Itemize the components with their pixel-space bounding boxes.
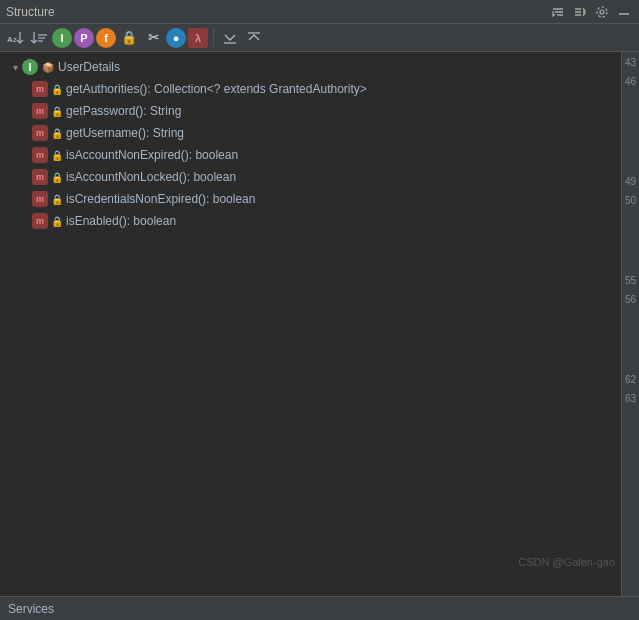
- tree-item-getUsername[interactable]: m 🔒 getUsername(): String: [4, 122, 617, 144]
- scissors-icon: ✂: [148, 30, 159, 45]
- settings-icon[interactable]: [593, 3, 611, 21]
- method-icon-4: m: [32, 169, 48, 185]
- method-label-4: isAccountNonLocked(): boolean: [66, 170, 236, 184]
- method-label-1: getPassword(): String: [66, 104, 181, 118]
- lock-icon-5: 🔒: [51, 194, 63, 205]
- method-label-6: isEnabled(): boolean: [66, 214, 176, 228]
- svg-text:Z: Z: [13, 37, 17, 43]
- status-bar: Services: [0, 596, 639, 620]
- filter-circle-button[interactable]: ●: [166, 28, 186, 48]
- method-icon-6: m: [32, 213, 48, 229]
- circle-icon-label: ●: [173, 32, 180, 44]
- lock-icon-6: 🔒: [51, 216, 63, 227]
- line-number-gutter: 43 46 49 50 55 56 62 63: [621, 52, 639, 596]
- structure-toolbar: A Z I P f 🔒 ✂ ● λ: [0, 24, 639, 52]
- method-icon-0: m: [32, 81, 48, 97]
- toolbar-separator: [213, 29, 214, 47]
- method-label-0: getAuthorities(): Collection<? extends G…: [66, 82, 367, 96]
- filter-property-button[interactable]: P: [74, 28, 94, 48]
- line-num-49: 49: [622, 173, 639, 191]
- services-label[interactable]: Services: [8, 602, 54, 616]
- class-label: UserDetails: [58, 60, 120, 74]
- header-icon-group: [549, 3, 633, 21]
- line-num-50: 50: [622, 192, 639, 210]
- tree-root: ▾ I 📦 UserDetails m 🔒 getAuthorities(): …: [0, 56, 621, 232]
- filter-field-button[interactable]: f: [96, 28, 116, 48]
- line-num-46: 46: [622, 73, 639, 91]
- structure-header: Structure: [0, 0, 639, 24]
- collapse-all-button[interactable]: [243, 27, 265, 49]
- class-icon: I: [22, 59, 38, 75]
- method-label-5: isCredentialsNonExpired(): boolean: [66, 192, 255, 206]
- lock-icon-2: 🔒: [51, 128, 63, 139]
- main-area: ▾ I 📦 UserDetails m 🔒 getAuthorities(): …: [0, 52, 639, 596]
- interface-icon-label: I: [60, 32, 63, 44]
- method-icon-5: m: [32, 191, 48, 207]
- line-num-63: 63: [622, 390, 639, 408]
- lambda-icon-label: λ: [195, 32, 201, 44]
- tree-item-isAccountNonLocked[interactable]: m 🔒 isAccountNonLocked(): boolean: [4, 166, 617, 188]
- tree-node-userdetails[interactable]: ▾ I 📦 UserDetails: [4, 56, 617, 78]
- line-num-56: 56: [622, 291, 639, 309]
- line-num-55: 55: [622, 272, 639, 290]
- lock-icon-4: 🔒: [51, 172, 63, 183]
- package-icon: 📦: [42, 62, 54, 73]
- method-label-2: getUsername(): String: [66, 126, 184, 140]
- lock-icon-0: 🔒: [51, 84, 63, 95]
- tree-item-getPassword[interactable]: m 🔒 getPassword(): String: [4, 100, 617, 122]
- tree-item-isEnabled[interactable]: m 🔒 isEnabled(): boolean: [4, 210, 617, 232]
- tree-item-isAccountNonExpired[interactable]: m 🔒 isAccountNonExpired(): boolean: [4, 144, 617, 166]
- svg-point-8: [597, 7, 607, 17]
- lock-icon-3: 🔒: [51, 150, 63, 161]
- sort-lines-icon[interactable]: [549, 3, 567, 21]
- sort2-icon[interactable]: [571, 3, 589, 21]
- property-icon-label: P: [80, 32, 87, 44]
- tree-item-getAuthorities[interactable]: m 🔒 getAuthorities(): Collection<? exten…: [4, 78, 617, 100]
- filter-constructor-button[interactable]: ✂: [142, 27, 164, 49]
- line-num-43: 43: [622, 54, 639, 72]
- watermark: CSDN @Galen-gao: [518, 556, 615, 568]
- filter-lambda-button[interactable]: λ: [188, 28, 208, 48]
- method-icon-2: m: [32, 125, 48, 141]
- expand-icon[interactable]: ▾: [8, 60, 22, 74]
- structure-tree-panel[interactable]: ▾ I 📦 UserDetails m 🔒 getAuthorities(): …: [0, 52, 621, 596]
- minimize-icon[interactable]: [615, 3, 633, 21]
- line-num-62: 62: [622, 371, 639, 389]
- filter-interface-button[interactable]: I: [52, 28, 72, 48]
- svg-point-7: [600, 10, 604, 14]
- sort-alpha-button[interactable]: A Z: [4, 27, 26, 49]
- field-icon-label: f: [104, 32, 108, 44]
- panel-title: Structure: [6, 5, 55, 19]
- method-label-3: isAccountNonExpired(): boolean: [66, 148, 238, 162]
- lock-icon: 🔒: [121, 30, 137, 45]
- lock-icon-1: 🔒: [51, 106, 63, 117]
- expand-all-button[interactable]: [219, 27, 241, 49]
- filter-private-button[interactable]: 🔒: [118, 27, 140, 49]
- method-icon-3: m: [32, 147, 48, 163]
- sort-visibility-button[interactable]: [28, 27, 50, 49]
- tree-item-isCredentialsNonExpired[interactable]: m 🔒 isCredentialsNonExpired(): boolean: [4, 188, 617, 210]
- method-icon-1: m: [32, 103, 48, 119]
